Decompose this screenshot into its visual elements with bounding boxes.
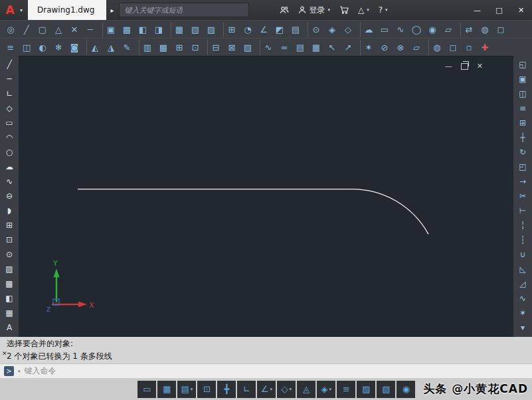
ellipse-arc-icon[interactable]: ◗ xyxy=(1,203,18,218)
zoom-realtime-icon[interactable]: ◍ xyxy=(477,22,493,37)
rename-icon[interactable]: ▱ xyxy=(408,40,424,55)
command-options-caret-icon[interactable]: ▾ xyxy=(18,369,21,374)
zoom-window-icon[interactable]: ◻ xyxy=(493,22,509,37)
command-prompt-icon[interactable]: > xyxy=(4,366,14,376)
3d-align-icon[interactable]: ↗ xyxy=(340,40,356,55)
annotation-monitor-icon[interactable]: ◉ xyxy=(397,381,415,398)
ellipse-icon[interactable]: ⊖ xyxy=(1,189,18,203)
app-menu-button[interactable]: A xyxy=(0,0,20,20)
doc-close-icon[interactable]: ✕ xyxy=(477,62,483,70)
array-edit-icon[interactable]: ▦ xyxy=(308,40,324,55)
purge-icon[interactable]: ⊘ xyxy=(377,40,393,55)
properties-palette-icon[interactable]: ▥ xyxy=(139,40,155,55)
dynamic-input-icon[interactable]: ╋ xyxy=(217,381,236,398)
layer-walk-icon[interactable]: ◮ xyxy=(103,40,119,55)
selection-cycling-icon[interactable]: ▧ xyxy=(377,381,395,398)
layer-freeze-icon[interactable]: ❄ xyxy=(50,40,66,55)
match-properties-icon[interactable]: ✎ xyxy=(119,40,135,55)
layer-isolate-icon[interactable]: ◭ xyxy=(86,40,103,55)
overkill-icon[interactable]: ⊗ xyxy=(393,40,408,55)
trim-icon[interactable]: ✂ xyxy=(514,189,531,203)
erase-icon[interactable]: ◱ xyxy=(514,57,531,72)
snap-endpoint-icon[interactable]: ▢ xyxy=(35,22,50,37)
snap-from-icon[interactable]: ╱ xyxy=(19,22,35,37)
store-button[interactable] xyxy=(339,6,349,14)
more-tools-icon[interactable]: ▾ xyxy=(514,320,531,335)
layer-properties-icon[interactable]: ≡ xyxy=(3,40,19,55)
polar-tracking-icon[interactable]: ∠▾ xyxy=(257,381,276,398)
spline-edit-icon[interactable]: ≈ xyxy=(276,40,292,55)
boundary-icon[interactable]: ▱ xyxy=(440,22,456,37)
doc-restore-icon[interactable] xyxy=(461,63,468,70)
revision-cloud-icon[interactable]: ☁ xyxy=(1,159,18,174)
units-icon[interactable]: ◍ xyxy=(428,40,445,55)
layer-states-icon[interactable]: ◫ xyxy=(19,40,35,55)
mirror-icon[interactable]: ◫ xyxy=(514,86,531,101)
object-snap-tracking-icon[interactable]: ◬ xyxy=(297,381,315,398)
clip-xref-icon[interactable]: ⊠ xyxy=(224,40,240,55)
drawing-canvas[interactable]: Y X Z — ✕ xyxy=(19,56,513,337)
drawn-polyline[interactable] xyxy=(78,189,428,235)
help-search-input[interactable]: 键入关键字或短语 xyxy=(119,3,249,17)
snap-temporary-point-icon[interactable]: ◎ xyxy=(3,22,19,37)
signin-button[interactable]: 登录 ▾ xyxy=(298,5,330,16)
image-adjust-icon[interactable]: ▨ xyxy=(240,40,256,55)
isolate-objects-icon[interactable]: ◧ xyxy=(135,22,151,37)
scale-icon[interactable]: ◰ xyxy=(514,159,531,174)
copy-icon[interactable]: ▣ xyxy=(514,72,531,86)
table-icon[interactable]: ▦ xyxy=(1,306,18,320)
block-editor-icon[interactable]: ▩ xyxy=(155,40,171,55)
draw-order-front-icon[interactable]: ▣ xyxy=(102,22,119,37)
snap-midpoint-icon[interactable]: △ xyxy=(50,22,66,37)
ortho-mode-icon[interactable]: ∟ xyxy=(237,381,256,398)
drawing-tab[interactable]: Drawing1.dwg xyxy=(28,0,106,20)
multiline-text-icon[interactable]: A xyxy=(1,320,18,335)
measure-distance-icon[interactable]: ⊞ xyxy=(223,22,240,37)
rectangle-icon[interactable]: ▭ xyxy=(1,116,18,130)
help-button[interactable]: ? ▾ xyxy=(379,5,388,15)
plot-preview-icon[interactable]: ◻ xyxy=(445,40,461,55)
draw-order-back-icon[interactable]: ▩ xyxy=(119,22,135,37)
polyline-icon[interactable]: ∟ xyxy=(1,86,18,101)
model-space[interactable]: Y X Z xyxy=(19,56,513,337)
layer-off-icon[interactable]: ◐ xyxy=(35,40,50,55)
polygon-icon[interactable]: ◇ xyxy=(1,101,18,116)
share-button[interactable] xyxy=(280,6,289,14)
snap-intersection-icon[interactable]: ✕ xyxy=(66,22,82,37)
insert-block-icon[interactable]: ⊞ xyxy=(1,218,18,233)
offset-icon[interactable]: ≡ xyxy=(514,101,531,116)
measure-area-icon[interactable]: ◩ xyxy=(272,22,288,37)
hatch-icon[interactable]: ▨ xyxy=(1,262,18,276)
point-style-icon[interactable]: ⊙ xyxy=(308,22,324,37)
point-icon[interactable]: ⊙ xyxy=(1,247,18,262)
arc-icon[interactable]: ◠ xyxy=(1,130,18,145)
circle-icon[interactable]: ○ xyxy=(1,145,18,159)
group-icon[interactable]: ▦ xyxy=(171,22,187,37)
stretch-icon[interactable]: → xyxy=(514,174,531,189)
snap-extension-icon[interactable]: ─ xyxy=(82,22,98,37)
join-icon[interactable]: ∪ xyxy=(514,247,531,262)
extend-icon[interactable]: ⊢ xyxy=(514,203,531,218)
snap-mode-icon[interactable]: ▤▾ xyxy=(177,381,196,398)
rotate-icon[interactable]: ↻ xyxy=(514,145,531,159)
spline-icon[interactable]: ∿ xyxy=(1,174,18,189)
hide-objects-icon[interactable]: ◨ xyxy=(151,22,167,37)
ungroup-icon[interactable]: ▧ xyxy=(187,22,203,37)
fillet-icon[interactable]: ◿ xyxy=(514,276,531,291)
maximize-button[interactable]: □ xyxy=(488,0,510,20)
object-snap-icon[interactable]: ◈▾ xyxy=(317,381,335,398)
divide-icon[interactable]: ◈ xyxy=(324,22,340,37)
tab-overflow-icon[interactable]: ▸ xyxy=(110,7,114,14)
helix-icon[interactable]: ◯ xyxy=(408,22,424,37)
measure-radius-icon[interactable]: ◔ xyxy=(240,22,256,37)
donut-icon[interactable]: ◉ xyxy=(424,22,440,37)
doc-minimize-icon[interactable]: — xyxy=(445,62,452,70)
line-icon[interactable]: ╱ xyxy=(1,57,18,72)
break-icon[interactable]: ┆ xyxy=(514,233,531,247)
align-icon[interactable]: ↖ xyxy=(324,40,340,55)
model-layout-icon[interactable]: ▭ xyxy=(137,381,156,398)
command-close-icon[interactable]: ✕ xyxy=(2,350,7,357)
measure-angle-icon[interactable]: ∠ xyxy=(256,22,272,37)
lineweight-icon[interactable]: ≡ xyxy=(337,381,355,398)
insert-block-icon[interactable]: ⊞ xyxy=(171,40,187,55)
